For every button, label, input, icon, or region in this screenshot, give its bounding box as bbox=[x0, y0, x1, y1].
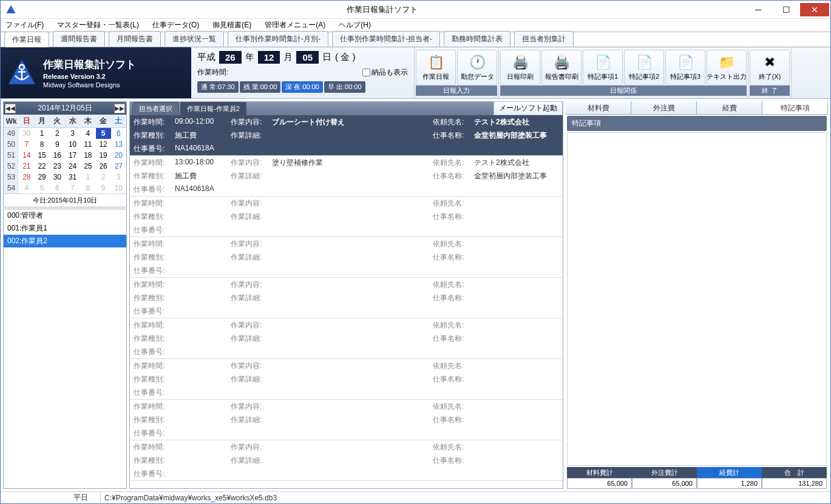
cal-day[interactable]: 5 bbox=[35, 183, 50, 193]
cal-day[interactable]: 30 bbox=[50, 172, 65, 183]
menu-workdata[interactable]: 仕事データ(O) bbox=[150, 19, 202, 32]
cal-day[interactable]: 4 bbox=[19, 183, 34, 193]
cal-day[interactable]: 6 bbox=[50, 183, 65, 193]
cal-day[interactable]: 18 bbox=[80, 150, 95, 161]
mtab-staff-select[interactable]: 担当者選択 bbox=[132, 102, 179, 115]
cal-day[interactable]: 15 bbox=[35, 150, 50, 161]
cal-day[interactable]: 3 bbox=[111, 172, 126, 183]
tab-monthly[interactable]: 月間報告書 bbox=[109, 31, 161, 47]
entry-row[interactable]: 作業時間: 作業内容: 依頼先名: 作業種別: 作業詳細: 仕事名称: 仕事番号… bbox=[130, 359, 563, 400]
menu-file[interactable]: ファイル(F) bbox=[3, 19, 46, 32]
btn-exit[interactable]: ✖終了(X) bbox=[750, 50, 790, 86]
cal-day[interactable]: 29 bbox=[35, 172, 50, 183]
btn-mail[interactable]: メールソフト起動 bbox=[494, 101, 563, 115]
maximize-button[interactable]: ☐ bbox=[772, 3, 800, 16]
total-val-sum: 131,280 bbox=[762, 478, 827, 489]
btn-daily-report[interactable]: 📋作業日報 bbox=[416, 50, 456, 86]
note-body[interactable] bbox=[567, 132, 827, 466]
cal-day[interactable]: 24 bbox=[65, 161, 80, 172]
menu-help[interactable]: ヘルプ(H) bbox=[336, 19, 373, 32]
entry-row[interactable]: 作業時間: 作業内容: 依頼先名: 作業種別: 作業詳細: 仕事名称: 仕事番号… bbox=[130, 278, 563, 318]
cal-day[interactable]: 13 bbox=[111, 139, 126, 150]
btn-note2[interactable]: 📄特記事項2 bbox=[624, 50, 664, 86]
cal-day[interactable]: 1 bbox=[35, 128, 50, 139]
cal-day[interactable]: 7 bbox=[65, 183, 80, 193]
entry-row[interactable]: 作業時間: 作業内容: 依頼先名: 作業種別: 作業詳細: 仕事名称: 仕事番号… bbox=[130, 237, 563, 278]
cal-day[interactable]: 2 bbox=[96, 172, 111, 183]
btn-print-report[interactable]: 🖨️報告書印刷 bbox=[541, 50, 582, 86]
tab-time-by-job-staff[interactable]: 仕事別作業時間集計-担当者- bbox=[332, 31, 440, 47]
menu-admin[interactable]: 管理者メニュー(A) bbox=[262, 19, 328, 32]
cal-day[interactable]: 19 bbox=[96, 150, 111, 161]
chip-overtime: 残 業:00:00 bbox=[240, 81, 281, 93]
entry-row[interactable]: 作業時間: 作業内容: 依頼先名: 作業種別: 作業詳細: 仕事名称: 仕事番号… bbox=[130, 197, 563, 237]
btn-print-daily[interactable]: 🖨️日報印刷 bbox=[500, 50, 540, 86]
cal-day[interactable]: 28 bbox=[19, 172, 34, 183]
cal-day[interactable]: 30 bbox=[19, 128, 34, 139]
cal-day[interactable]: 9 bbox=[96, 183, 111, 193]
cal-prev[interactable]: ◀◀ bbox=[5, 104, 16, 113]
cal-day[interactable]: 2 bbox=[50, 128, 65, 139]
rtab-material[interactable]: 材料費 bbox=[566, 101, 631, 114]
cal-next[interactable]: ▶▶ bbox=[114, 104, 125, 113]
mtab-daily-staff[interactable]: 作業日報-作業員2 bbox=[180, 102, 246, 115]
tab-by-staff[interactable]: 担当者別集計 bbox=[514, 31, 574, 47]
entry-row[interactable]: 作業時間: 作業内容: 依頼先名: 作業種別: 作業詳細: 仕事名称: 仕事番号… bbox=[130, 318, 563, 359]
staff-item[interactable]: 002:作業員2 bbox=[4, 235, 126, 247]
cal-day[interactable]: 4 bbox=[80, 128, 95, 139]
tab-weekly[interactable]: 週間報告書 bbox=[53, 31, 105, 47]
delivery-checkbox[interactable] bbox=[362, 69, 370, 76]
cal-day[interactable]: 20 bbox=[111, 150, 126, 161]
cal-day[interactable]: 16 bbox=[50, 150, 65, 161]
cal-day[interactable]: 8 bbox=[80, 183, 95, 193]
cal-day[interactable]: 9 bbox=[50, 139, 65, 150]
menu-master[interactable]: マスター登録・一覧表(L) bbox=[55, 19, 141, 32]
cal-day[interactable]: 12 bbox=[96, 139, 111, 150]
staff-list[interactable]: 000:管理者001:作業員1002:作業員2 bbox=[3, 209, 127, 489]
staff-item[interactable]: 000:管理者 bbox=[4, 209, 126, 222]
cal-day[interactable]: 17 bbox=[65, 150, 80, 161]
rtab-outsource[interactable]: 外注費 bbox=[631, 101, 697, 114]
cal-day[interactable]: 10 bbox=[65, 139, 80, 150]
cal-day[interactable]: 10 bbox=[111, 183, 126, 193]
close-button[interactable]: ✕ bbox=[800, 3, 829, 16]
cal-day[interactable]: 31 bbox=[65, 172, 80, 183]
year-value[interactable]: 26 bbox=[219, 51, 242, 64]
entry-row[interactable]: 作業時間:13:00-18:00 作業内容:塗り壁補修作業 依頼先名:テスト2株… bbox=[130, 156, 563, 197]
tab-progress[interactable]: 進捗状況一覧 bbox=[165, 31, 224, 47]
staff-item[interactable]: 001:作業員1 bbox=[4, 222, 126, 235]
calendar-table[interactable]: Wk日月火水木金土 493012345650789101112135114151… bbox=[4, 115, 126, 193]
cal-day[interactable]: 7 bbox=[19, 139, 34, 150]
cal-day[interactable]: 8 bbox=[35, 139, 50, 150]
minimize-button[interactable]: ─ bbox=[744, 3, 772, 16]
tab-time-by-job-month[interactable]: 仕事別作業時間集計-月別- bbox=[228, 31, 328, 47]
btn-note3[interactable]: 📄特記事項3 bbox=[665, 50, 705, 86]
cal-today[interactable]: 今日:2015年01月10日 bbox=[4, 193, 126, 207]
entries-list[interactable]: 作業時間:09:00-12:00 作業内容:ブルーシート付け替え 依頼先名:テス… bbox=[130, 115, 563, 488]
cal-day[interactable]: 11 bbox=[80, 139, 95, 150]
cal-day[interactable]: 5 bbox=[96, 128, 111, 139]
cal-day[interactable]: 14 bbox=[19, 150, 34, 161]
cal-day[interactable]: 22 bbox=[35, 161, 50, 172]
btn-note1[interactable]: 📄特記事項1 bbox=[583, 50, 623, 86]
cal-day[interactable]: 21 bbox=[19, 161, 34, 172]
rtab-notes[interactable]: 特記事項 bbox=[762, 101, 828, 114]
menu-estimate[interactable]: 御見積書(E) bbox=[210, 19, 254, 32]
cal-day[interactable]: 27 bbox=[111, 161, 126, 172]
cal-day[interactable]: 3 bbox=[65, 128, 80, 139]
tab-daily[interactable]: 作業日報 bbox=[4, 32, 49, 47]
cal-day[interactable]: 26 bbox=[96, 161, 111, 172]
tab-worktime[interactable]: 勤務時間集計表 bbox=[444, 31, 510, 47]
day-value[interactable]: 05 bbox=[296, 51, 319, 64]
entry-row[interactable]: 作業時間: 作業内容: 依頼先名: 作業種別: 作業詳細: 仕事名称: 仕事番号… bbox=[130, 400, 563, 440]
rtab-expense[interactable]: 経費 bbox=[697, 101, 762, 114]
cal-day[interactable]: 23 bbox=[50, 161, 65, 172]
cal-day[interactable]: 25 bbox=[80, 161, 95, 172]
entry-row[interactable]: 作業時間:09:00-12:00 作業内容:ブルーシート付け替え 依頼先名:テス… bbox=[130, 115, 563, 156]
btn-attendance[interactable]: 🕐勤怠データ bbox=[457, 50, 497, 86]
btn-text-export[interactable]: 📁テキスト出力 bbox=[707, 50, 747, 86]
entry-row[interactable]: 作業時間: 作業内容: 依頼先名: 作業種別: 作業詳細: 仕事名称: 仕事番号… bbox=[130, 440, 563, 481]
month-value[interactable]: 12 bbox=[258, 51, 280, 64]
cal-day[interactable]: 6 bbox=[111, 128, 126, 139]
cal-day[interactable]: 1 bbox=[80, 172, 95, 183]
